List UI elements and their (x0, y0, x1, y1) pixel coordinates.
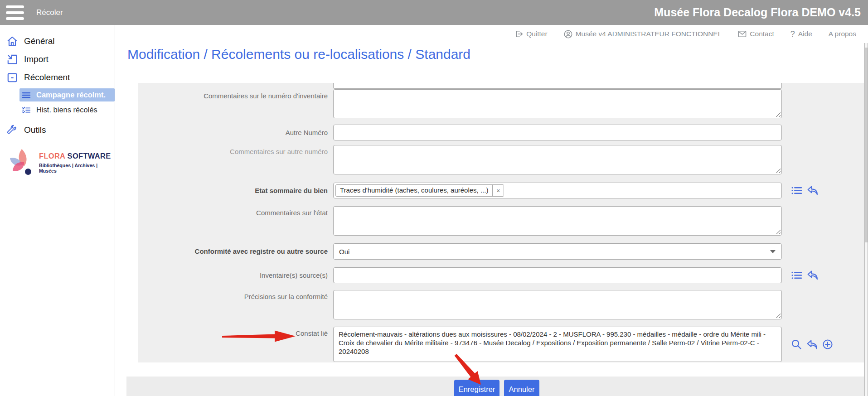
undo-icon[interactable] (807, 270, 818, 280)
field-label: Commentaires sur autre numéro (138, 148, 328, 155)
quitter-link[interactable]: Quitter (515, 30, 548, 38)
application-window: Récoler Musée Flora Decalog Flora DEMO v… (0, 0, 868, 396)
field-row: Précisions sur la conformité (138, 290, 864, 319)
precisions-conformite-textarea[interactable] (333, 290, 782, 319)
sidebar-item-campagne-recolement[interactable]: Campagne récolmt. (19, 88, 115, 101)
field-row: Inventaire(s) source(s) (138, 267, 864, 283)
flora-petals-icon (8, 148, 38, 175)
wrench-icon (6, 124, 19, 136)
brand-flora: FLORA (39, 152, 65, 160)
sidebar-item-label: Récolement (24, 72, 70, 82)
menu-icon[interactable] (6, 5, 24, 20)
form-panel: Commentaires sur le numéro d'inventaire … (138, 83, 864, 362)
field-row: Autre Numéro (138, 125, 864, 140)
user-icon (564, 30, 572, 39)
etat-sommaire-tag-field[interactable]: Traces d'humidité (taches, coulures, aur… (333, 183, 782, 198)
field-label: Commentaires sur l'état (138, 209, 328, 217)
sidebar: Général Import Récolement Campagne récol… (0, 25, 115, 396)
field-row: Commentaires sur le numéro d'inventaire (138, 89, 864, 118)
search-icon[interactable] (791, 339, 802, 350)
archive-icon (6, 72, 19, 84)
tag-chip-label: Traces d'humidité (taches, coulures, aur… (336, 185, 492, 196)
field-label: Etat sommaire du bien (138, 183, 328, 198)
list-icon[interactable] (791, 186, 802, 195)
autre-numero-input[interactable] (333, 125, 782, 140)
checklist-icon (22, 106, 31, 114)
commentaires-etat-textarea[interactable] (333, 206, 782, 236)
sidebar-item-hist-biens-recoles[interactable]: Hist. biens récolés (0, 103, 115, 116)
scrollbar-thumb[interactable] (865, 48, 868, 242)
tag-chip: Traces d'humidité (taches, coulures, aur… (335, 184, 504, 197)
tag-remove-icon[interactable]: × (492, 185, 504, 196)
field-row: Constat lié Récolement-mauvais - altérat… (138, 327, 864, 362)
undo-icon[interactable] (807, 186, 818, 195)
field-row: Conformité avec registre ou autre source… (138, 243, 864, 260)
mail-icon (738, 30, 747, 38)
exit-icon (515, 30, 523, 38)
cancel-button[interactable]: Annuler (504, 380, 539, 396)
vertical-scrollbar (864, 43, 868, 396)
field-row: Commentaires sur autre numéro (138, 145, 864, 174)
commentaires-autre-numero-textarea[interactable] (333, 145, 782, 174)
inventaires-sources-input[interactable] (333, 267, 782, 283)
top-bar: Récoler Musée Flora Decalog Flora DEMO v… (0, 0, 868, 25)
field-row: Etat sommaire du bien Traces d'humidité … (138, 183, 864, 198)
chevron-down-icon (770, 250, 776, 253)
aide-label: Aide (798, 30, 812, 38)
field-label: Inventaire(s) source(s) (138, 267, 328, 283)
undo-icon[interactable] (806, 340, 818, 349)
add-icon[interactable] (822, 339, 833, 350)
commentaires-numero-inventaire-textarea[interactable] (333, 89, 782, 118)
page-title: Modification / Récolements ou re-localis… (127, 47, 470, 62)
user-account-label: Musée v4 ADMINISTRATEUR FONCTIONNEL (576, 30, 722, 38)
quitter-label: Quitter (526, 30, 548, 38)
conformite-select-value: Oui (339, 248, 349, 256)
brand-tagline: Bibliothèques | Archives | Musées (39, 163, 112, 174)
sidebar-item-general[interactable]: Général (0, 32, 115, 50)
field-label: Conformité avec registre ou autre source (138, 243, 328, 260)
save-button[interactable]: Enregistrer (454, 380, 499, 396)
field-label: Commentaires sur le numéro d'inventaire (138, 92, 328, 100)
list-icon[interactable] (791, 270, 802, 280)
import-icon (6, 53, 19, 66)
brand-software: SOFTWARE (65, 152, 111, 160)
field-label: Constat lié (138, 329, 328, 337)
field-label: Autre Numéro (138, 125, 328, 140)
sidebar-item-outils[interactable]: Outils (0, 121, 115, 139)
help-icon: ? (790, 29, 795, 39)
topbar-menu-label: Récoler (36, 8, 63, 17)
conformite-select[interactable]: Oui (333, 243, 782, 260)
cutoff-field[interactable] (333, 83, 782, 89)
field-label: Précisions sur la conformité (138, 293, 328, 300)
home-icon (6, 35, 19, 48)
a-propos-link[interactable]: A propos (829, 30, 856, 38)
a-propos-label: A propos (829, 30, 856, 38)
sidebar-item-recolement[interactable]: Récolement (0, 68, 115, 87)
field-row: Commentaires sur l'état (138, 206, 864, 236)
sidebar-item-label: Hist. biens récolés (36, 106, 97, 114)
sidebar-item-import[interactable]: Import (0, 50, 115, 68)
flora-software-logo: FLORA SOFTWARE Bibliothèques | Archives … (8, 148, 112, 175)
sidebar-item-label: Campagne récolmt. (36, 91, 106, 99)
constat-lie-textarea[interactable]: Récolement-mauvais - altérations dues au… (333, 327, 782, 362)
header-links: Quitter Musée v4 ADMINISTRATEUR FONCTION… (115, 25, 864, 43)
contact-label: Contact (750, 30, 774, 38)
app-title: Musée Flora Decalog Flora DEMO v4.5 (654, 6, 861, 19)
sidebar-item-label: Import (24, 54, 48, 64)
sidebar-item-label: Outils (24, 125, 46, 135)
user-account-link[interactable]: Musée v4 ADMINISTRATEUR FONCTIONNEL (564, 30, 722, 39)
aide-link[interactable]: ? Aide (790, 29, 812, 39)
sidebar-item-label: Général (24, 36, 55, 46)
contact-link[interactable]: Contact (738, 30, 774, 38)
menu-lines-icon (22, 91, 31, 99)
